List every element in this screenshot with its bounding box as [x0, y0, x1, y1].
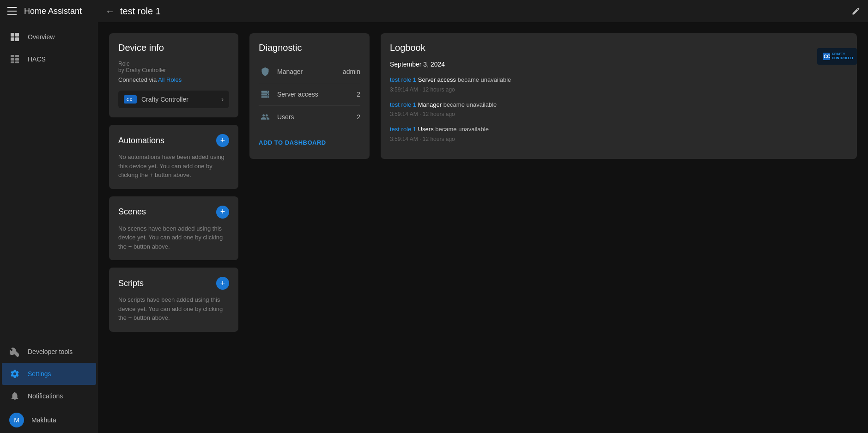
svg-text:CC: CC: [824, 54, 830, 59]
diagnostic-users-label: Users: [277, 113, 351, 121]
sidebar-item-hacs[interactable]: HACS: [2, 48, 96, 70]
svg-rect-9: [15, 61, 19, 63]
shield-icon: [259, 65, 272, 78]
gear-icon: [9, 368, 20, 379]
diagnostic-users-value: 2: [357, 113, 360, 121]
svg-rect-3: [15, 37, 19, 41]
crafty-controller-link[interactable]: C C Crafty Controller ›: [118, 91, 229, 108]
sidebar-item-overview-label: Overview: [28, 33, 55, 41]
svg-rect-2: [11, 37, 14, 41]
automations-empty-text: No automations have been added using thi…: [118, 152, 229, 180]
crafty-label: Crafty Controller: [141, 96, 188, 103]
svg-text:CONTROLLER: CONTROLLER: [832, 56, 853, 60]
logbook-column: Logbook September 3, 2024 test role 1 Se…: [381, 33, 857, 159]
diagnostic-row-server-access: Server access 2: [259, 83, 360, 106]
logbook-entry-1-prefix[interactable]: test role 1: [390, 101, 416, 108]
diagnostic-row-manager: Manager admin: [259, 61, 360, 83]
avatar: M: [9, 413, 24, 427]
logbook-entry-1-suffix: became unavailable: [443, 101, 497, 108]
sidebar-item-notifications[interactable]: Notifications: [2, 385, 96, 407]
sidebar-item-user-label: Makhuta: [31, 416, 56, 424]
scripts-card: Scripts + No scripts have been added usi…: [109, 268, 238, 332]
app-title: Home Assistant: [24, 6, 82, 16]
svg-rect-5: [15, 55, 19, 57]
diagnostic-manager-value: admin: [343, 68, 360, 75]
logbook-entry-1-time: 3:59:14 AM · 12 hours ago: [390, 110, 848, 118]
logbook-date: September 3, 2024: [390, 61, 848, 68]
server-icon: [259, 88, 272, 101]
logbook-entry-1-entity: Manager: [418, 101, 442, 108]
top-bar: ← test role 1: [98, 0, 868, 22]
sidebar-nav: Overview HACS: [0, 22, 98, 433]
logbook-entry-2-suffix: became unavailable: [435, 126, 489, 133]
logbook-entry-1: test role 1 Manager became unavailable 3…: [390, 100, 848, 119]
svg-rect-4: [11, 55, 14, 57]
device-info-connected: Connected via All Roles: [118, 76, 229, 83]
scripts-title: Scripts: [118, 279, 144, 288]
sidebar-item-settings[interactable]: Settings: [2, 363, 96, 385]
diagnostic-title: Diagnostic: [259, 43, 360, 53]
device-info-role-label: Role: [118, 61, 229, 67]
logbook-entry-2-entity: Users: [418, 126, 434, 133]
device-info-role-sub: by Crafty Controller: [118, 67, 229, 73]
svg-point-21: [267, 91, 268, 92]
device-info-card: Device info Role by Crafty Controller Co…: [109, 33, 238, 117]
bell-icon: [9, 390, 20, 402]
svg-rect-0: [11, 33, 14, 37]
sidebar-item-settings-label: Settings: [28, 370, 51, 378]
edit-icon[interactable]: [851, 6, 861, 16]
add-scene-button[interactable]: +: [216, 206, 229, 219]
svg-text:CRAFTY: CRAFTY: [832, 52, 845, 55]
main-content: ← test role 1 CC CRAFTY CONTROLLER Dev: [98, 0, 868, 433]
grid-icon: [9, 31, 20, 43]
scenes-card: Scenes + No scenes have been added using…: [109, 196, 238, 261]
add-script-button[interactable]: +: [216, 277, 229, 290]
device-info-title: Device info: [118, 43, 229, 53]
page-title: test role 1: [120, 6, 846, 17]
users-icon: [259, 110, 272, 123]
svg-text:C: C: [127, 98, 129, 101]
sidebar-item-developer-tools-label: Developer tools: [28, 348, 73, 355]
svg-text:C: C: [130, 98, 132, 101]
logbook-entry-0: test role 1 Server access became unavail…: [390, 75, 848, 94]
sidebar-item-notifications-label: Notifications: [28, 392, 63, 400]
scenes-title: Scenes: [118, 207, 146, 217]
sidebar: Home Assistant Overview: [0, 0, 98, 433]
logbook-entry-0-prefix[interactable]: test role 1: [390, 76, 416, 83]
all-roles-link[interactable]: All Roles: [158, 76, 182, 83]
sidebar-item-overview[interactable]: Overview: [2, 26, 96, 48]
diagnostic-manager-label: Manager: [277, 68, 337, 75]
scripts-empty-text: No scripts have been added using this de…: [118, 295, 229, 323]
logbook-card: Logbook September 3, 2024 test role 1 Se…: [381, 33, 857, 159]
svg-rect-7: [15, 58, 19, 61]
logbook-entry-0-suffix: became unavailable: [458, 76, 511, 83]
add-automation-button[interactable]: +: [216, 134, 229, 147]
svg-rect-1: [15, 33, 19, 37]
svg-point-23: [267, 97, 268, 98]
add-to-dashboard-button[interactable]: ADD TO DASHBOARD: [259, 135, 360, 150]
svg-rect-6: [11, 58, 14, 61]
logbook-entry-0-time: 3:59:14 AM · 12 hours ago: [390, 85, 848, 94]
logbook-entry-2-prefix[interactable]: test role 1: [390, 126, 416, 133]
diagnostic-server-access-value: 2: [357, 91, 360, 98]
scenes-empty-text: No scenes have been added using this dev…: [118, 224, 229, 251]
wrench-icon: [9, 346, 20, 357]
diagnostic-server-access-label: Server access: [277, 91, 351, 98]
crafty-small-logo: C C: [124, 95, 137, 104]
svg-rect-8: [11, 61, 14, 63]
sidebar-item-hacs-label: HACS: [28, 55, 46, 63]
left-column: Device info Role by Crafty Controller Co…: [109, 33, 238, 332]
menu-icon[interactable]: [7, 6, 18, 17]
diagnostic-card: Diagnostic Manager admin: [249, 33, 370, 159]
diagnostic-row-users: Users 2: [259, 106, 360, 128]
automations-card: Automations + No automations have been a…: [109, 125, 238, 189]
sidebar-item-developer-tools[interactable]: Developer tools: [2, 341, 96, 363]
logbook-entry-0-entity: Server access: [418, 76, 456, 83]
automations-title: Automations: [118, 136, 164, 146]
back-button[interactable]: ←: [105, 6, 115, 17]
content-area: CC CRAFTY CONTROLLER Device info Role by…: [98, 22, 868, 433]
chevron-right-icon: ›: [221, 95, 224, 104]
sidebar-item-user[interactable]: M Makhuta: [2, 407, 96, 433]
logbook-title: Logbook: [390, 43, 848, 53]
hacs-icon: [9, 54, 20, 65]
